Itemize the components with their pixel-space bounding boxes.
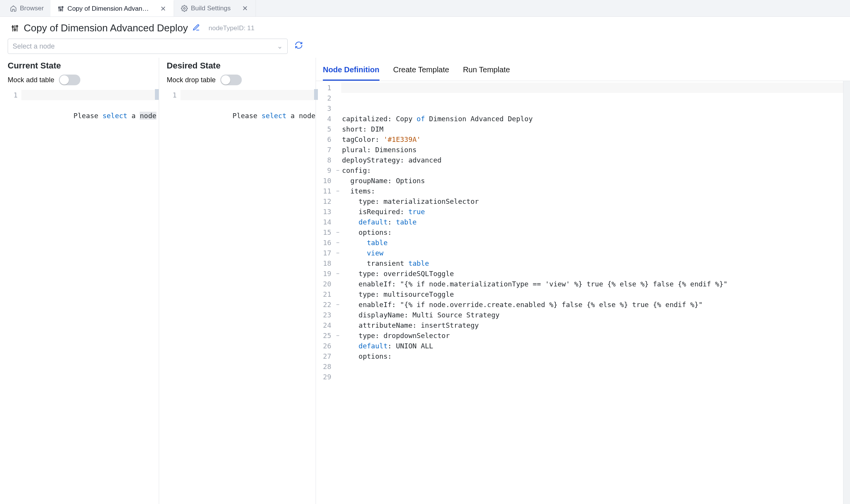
page-header: Copy of Dimension Advanced Deploy nodeTy…: [0, 17, 850, 37]
svg-point-4: [60, 9, 62, 10]
svg-point-6: [184, 7, 186, 9]
editor-gutter: 1: [0, 89, 21, 504]
svg-point-10: [12, 26, 14, 28]
tab-create-template[interactable]: Create Template: [393, 65, 449, 81]
mock-drop-toggle[interactable]: [220, 75, 242, 85]
yaml-editor[interactable]: 1234567891011121314151617181920212223242…: [316, 81, 850, 504]
home-icon: [10, 5, 17, 12]
svg-point-3: [59, 7, 60, 8]
right-panel: Node Definition Create Template Run Temp…: [316, 58, 850, 504]
minimap-thumb[interactable]: [155, 89, 159, 100]
states: Current State Mock add table 1 Please se…: [0, 58, 316, 504]
tab-active-label: Copy of Dimension Advan…: [67, 5, 149, 13]
tab-run-template[interactable]: Run Template: [463, 65, 510, 81]
editor-gutter: 1: [159, 89, 181, 504]
workarea: Current State Mock add table 1 Please se…: [0, 58, 850, 504]
tab-build-settings[interactable]: Build Settings ✕: [174, 0, 256, 16]
tab-browser[interactable]: Browser: [3, 0, 50, 16]
refresh-icon[interactable]: [295, 41, 303, 52]
desired-state-editor[interactable]: 1 Please select a node: [159, 89, 318, 504]
mock-add-row: Mock add table: [0, 75, 159, 89]
svg-point-11: [14, 29, 16, 30]
editor-code: Please select a node: [181, 89, 318, 504]
editor-code: Please select a node: [21, 89, 159, 504]
yaml-fold-gutter: − − −−− − − −: [334, 81, 341, 504]
yaml-code: capitalized: Copy of Dimension Advanced …: [341, 81, 843, 504]
page-title: Copy of Dimension Advanced Deploy: [24, 22, 188, 34]
chevron-down-icon: ⌄: [277, 42, 283, 50]
mock-add-toggle[interactable]: [59, 75, 80, 85]
edit-icon[interactable]: [192, 24, 200, 33]
node-type-id-meta: nodeTypeID: 11: [208, 24, 254, 32]
current-state-title: Current State: [0, 58, 159, 75]
right-tabs: Node Definition Create Template Run Temp…: [316, 58, 850, 81]
left-panel: Current State Mock add table 1 Please se…: [0, 58, 316, 504]
current-state-editor[interactable]: 1 Please select a node: [0, 89, 159, 504]
gear-icon: [181, 5, 188, 12]
close-icon[interactable]: ✕: [241, 4, 249, 13]
node-select-row: Select a node ⌄: [0, 37, 850, 58]
node-select-placeholder: Select a node: [13, 42, 55, 50]
tab-build-label: Build Settings: [191, 5, 231, 12]
svg-point-12: [16, 25, 18, 27]
current-state: Current State Mock add table 1 Please se…: [0, 58, 159, 504]
tab-active[interactable]: Copy of Dimension Advan… ✕: [50, 0, 174, 16]
desired-state-title: Desired State: [159, 58, 318, 75]
mock-drop-row: Mock drop table: [159, 75, 318, 89]
mock-add-label: Mock add table: [8, 76, 54, 84]
tab-browser-label: Browser: [20, 5, 44, 12]
tabbar: Browser Copy of Dimension Advan… ✕ Build…: [0, 0, 850, 17]
mock-drop-label: Mock drop table: [167, 76, 216, 84]
desired-state: Desired State Mock drop table 1 Please s…: [159, 58, 318, 504]
sliders-icon: [57, 5, 64, 12]
yaml-scrollbar[interactable]: [843, 81, 850, 504]
tab-node-definition[interactable]: Node Definition: [323, 65, 379, 81]
node-select[interactable]: Select a node ⌄: [8, 39, 288, 54]
yaml-gutter: 1234567891011121314151617181920212223242…: [316, 81, 334, 504]
close-icon[interactable]: ✕: [160, 5, 167, 13]
sliders-icon: [11, 24, 19, 33]
svg-point-5: [62, 7, 63, 8]
